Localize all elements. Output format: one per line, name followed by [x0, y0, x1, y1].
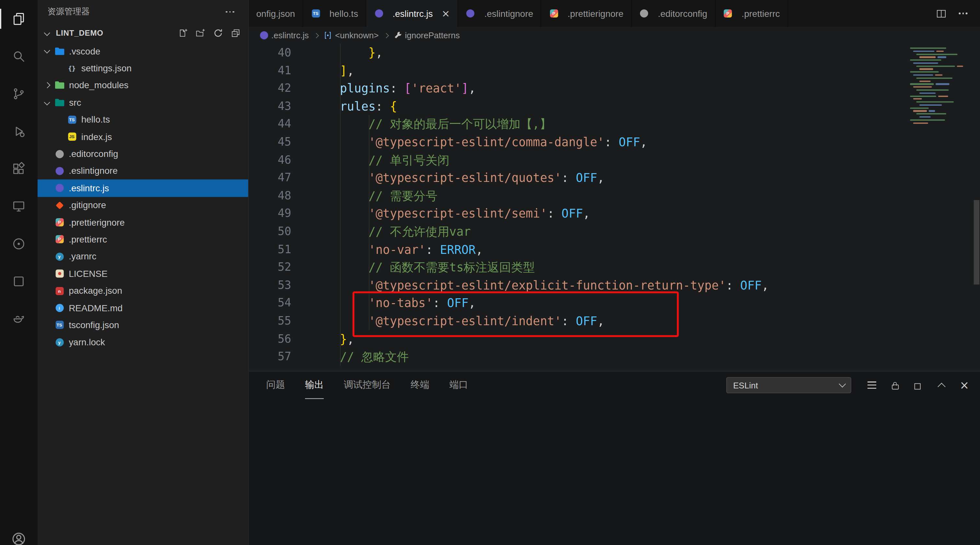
file-name: .prettierrc: [69, 234, 107, 244]
close-panel-icon[interactable]: [958, 379, 970, 392]
tab-label: .eslintignore: [484, 8, 533, 19]
lock-scroll-icon[interactable]: [889, 379, 901, 392]
code-line[interactable]: 50 // 不允许使用var: [249, 222, 980, 240]
editor-tab[interactable]: onfig.json: [249, 0, 303, 27]
breadcrumb-item[interactable]: <unknown>: [324, 30, 379, 40]
editor-tab[interactable]: P.prettierrc: [715, 0, 788, 27]
code-line[interactable]: 57 // 忽略文件: [249, 347, 980, 365]
open-in-editor-icon[interactable]: [912, 379, 924, 392]
editor-tab[interactable]: .editorconfig: [632, 0, 715, 27]
breadcrumb-item[interactable]: ignorePatterns: [394, 30, 460, 40]
editor-tab[interactable]: TShello.ts: [303, 0, 366, 27]
new-file-icon[interactable]: [178, 28, 188, 38]
folder-src-icon: [55, 99, 65, 106]
code-editor[interactable]: 40 },41 ],42 plugins: ['react'],43 rules…: [249, 44, 980, 371]
code-text: // 忽略文件: [291, 347, 409, 365]
file-tree-item[interactable]: LICENSE: [38, 265, 248, 282]
code-line[interactable]: 42 plugins: ['react'],: [249, 80, 980, 97]
remote-explorer-icon[interactable]: [0, 188, 38, 225]
readme-icon: i: [54, 304, 65, 312]
file-tree-item[interactable]: iREADME.md: [38, 300, 248, 317]
line-number: 40: [249, 44, 291, 62]
breadcrumb-label: <unknown>: [335, 30, 379, 40]
collapse-all-icon[interactable]: [231, 28, 241, 38]
refresh-icon[interactable]: [213, 28, 223, 38]
file-tree-item[interactable]: .eslintignore: [38, 163, 248, 180]
more-actions-icon[interactable]: [223, 8, 237, 15]
file-tree-item[interactable]: TStsconfig.json: [38, 316, 248, 334]
close-icon[interactable]: ×: [442, 8, 450, 19]
code-line[interactable]: 51 'no-var': ERROR,: [249, 241, 980, 258]
minimap[interactable]: [910, 48, 967, 129]
panel-tab[interactable]: 输出: [305, 371, 324, 399]
code-line[interactable]: 41 ],: [249, 62, 980, 80]
editor-tab[interactable]: .eslintrc.js×: [366, 0, 458, 27]
js-icon: JS: [67, 132, 77, 141]
editor-tab[interactable]: .eslintignore: [458, 0, 541, 27]
search-icon[interactable]: [0, 38, 38, 75]
code-line[interactable]: 43 rules: {: [249, 97, 980, 115]
code-text: ],: [291, 62, 354, 80]
project-section-header[interactable]: LINT_DEMO: [38, 24, 248, 43]
explorer-icon[interactable]: [0, 0, 38, 38]
scrollbar-thumb[interactable]: [974, 200, 979, 284]
file-tree-item[interactable]: TShello.ts: [38, 111, 248, 128]
file-tree-item[interactable]: .eslintrc.js: [38, 180, 248, 197]
source-control-icon[interactable]: [0, 75, 38, 113]
code-line[interactable]: 40 },: [249, 44, 980, 62]
file-name: src: [69, 97, 81, 108]
extensions-icon[interactable]: [0, 150, 38, 188]
file-tree-item[interactable]: .gitignore: [38, 197, 248, 214]
file-tree-item[interactable]: P.prettierrc: [38, 231, 248, 248]
file-name: package.json: [69, 286, 122, 296]
code-line[interactable]: 46 // 单引号关闭: [249, 151, 980, 169]
bottom-panel: 问题输出调试控制台终端端口 ESLint: [249, 371, 980, 545]
file-tree-item[interactable]: src: [38, 94, 248, 111]
file-tree-item[interactable]: .editorconfig: [38, 145, 248, 163]
file-tree-item[interactable]: P.prettierignore: [38, 214, 248, 231]
live-share-icon[interactable]: [0, 225, 38, 263]
code-line[interactable]: 45 '@typescript-eslint/comma-dangle': OF…: [249, 133, 980, 151]
file-tree-item[interactable]: y.yarnrc: [38, 248, 248, 265]
editor-tab[interactable]: P.prettierignore: [541, 0, 632, 27]
new-folder-icon[interactable]: [196, 28, 206, 38]
more-actions-icon[interactable]: [956, 10, 970, 16]
line-number: 43: [249, 97, 291, 115]
code-line[interactable]: 44 // 对象的最后一个可以增加【,】: [249, 115, 980, 133]
breadcrumb-item[interactable]: .eslintrc.js: [260, 30, 309, 40]
chevron-right-icon: [314, 33, 319, 38]
channel-value: ESLint: [733, 381, 758, 390]
panel-tab[interactable]: 调试控制台: [344, 371, 391, 399]
run-and-debug-icon[interactable]: [0, 113, 38, 150]
maximize-panel-icon[interactable]: [935, 379, 948, 392]
file-tree-item[interactable]: yyarn.lock: [38, 334, 248, 351]
code-line[interactable]: 48 // 需要分号: [249, 187, 980, 205]
panel-tab[interactable]: 问题: [266, 371, 285, 399]
file-tree-item[interactable]: node_modules: [38, 77, 248, 94]
eslint-icon: [466, 10, 476, 18]
code-text: '@typescript-eslint/comma-dangle': OFF,: [291, 133, 648, 151]
chevron-right-icon: [383, 33, 388, 38]
panel-tab[interactable]: 端口: [450, 371, 468, 399]
code-line[interactable]: 47 '@typescript-eslint/quotes': OFF,: [249, 169, 980, 187]
split-editor-icon[interactable]: [936, 8, 946, 19]
tab-label: onfig.json: [256, 8, 295, 19]
settings-icon: {}: [67, 65, 77, 72]
file-tree-item[interactable]: .vscode: [38, 43, 248, 60]
output-channel-select[interactable]: ESLint: [726, 377, 851, 393]
code-line[interactable]: 52 // 函数不需要ts标注返回类型: [249, 258, 980, 276]
clear-output-icon[interactable]: [865, 379, 878, 392]
code-text: },: [291, 44, 383, 62]
file-tree-item[interactable]: {}settings.json: [38, 60, 248, 77]
file-name: .eslintrc.js: [69, 183, 109, 193]
code-text: // 函数不需要ts标注返回类型: [291, 258, 535, 276]
file-tree-item[interactable]: npackage.json: [38, 282, 248, 300]
extension-square-icon[interactable]: [0, 263, 38, 300]
code-line[interactable]: 49 '@typescript-eslint/semi': OFF,: [249, 205, 980, 222]
account-icon[interactable]: [0, 520, 38, 545]
panel-tab[interactable]: 终端: [410, 371, 430, 399]
line-number: 49: [249, 205, 291, 222]
extension-lamp-icon[interactable]: [0, 300, 38, 338]
code-text: // 单引号关闭: [291, 151, 450, 169]
file-tree-item[interactable]: JSindex.js: [38, 128, 248, 145]
